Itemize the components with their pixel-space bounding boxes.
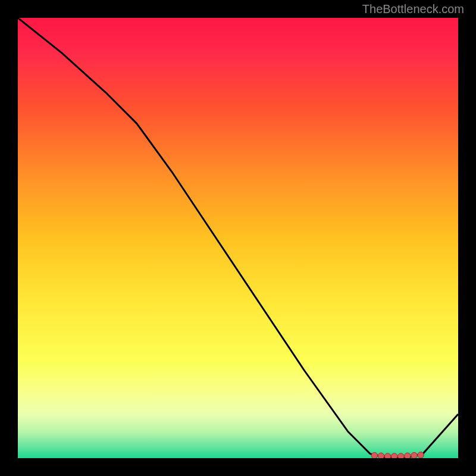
watermark-text: TheBottleneck.com [362,2,464,16]
curve-marker [392,453,397,458]
curve-overlay [18,18,458,458]
marker-group [371,452,424,458]
curve-marker [371,452,377,458]
curve-marker [398,453,404,458]
bottleneck-curve [18,18,458,458]
curve-marker [378,453,384,458]
chart-container: TheBottleneck.com [0,0,476,476]
curve-marker [418,452,424,458]
curve-marker [405,453,411,458]
curve-marker [411,452,417,458]
curve-marker [384,453,390,458]
plot-area [18,18,458,458]
